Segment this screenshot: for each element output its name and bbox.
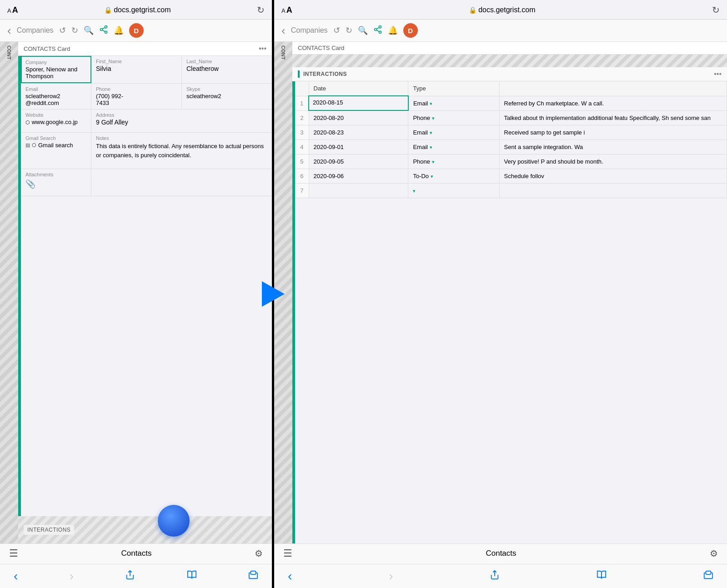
cell-type[interactable]: Phone ▾	[408, 154, 499, 169]
url-text-right: docs.getgrist.com	[478, 6, 535, 14]
browser-forward-right[interactable]: ›	[389, 569, 393, 583]
nav-title-right: Companies	[291, 26, 328, 35]
url-bar-left[interactable]: 🔒 docs.getgrist.com	[18, 6, 257, 14]
nav-bar-left: ‹ Companies ↺ ↻ 🔍 🔔 D	[0, 20, 272, 42]
cell-notes: Very positive! P and should be month.	[499, 154, 727, 169]
browser-share-right[interactable]	[490, 570, 500, 583]
phone-cell[interactable]: Phone (700) 992-7433	[91, 84, 182, 109]
redo-button-right[interactable]: ↻	[346, 25, 352, 35]
settings-icon-left[interactable]: ⚙	[255, 548, 263, 559]
share-button-left[interactable]	[99, 25, 108, 36]
avatar-right[interactable]: D	[403, 23, 418, 38]
email-cell[interactable]: Email scleatherow2@reddit.com	[21, 84, 91, 109]
url-bar-right[interactable]: 🔒 docs.getgrist.com	[292, 6, 712, 14]
search-button-right[interactable]: 🔍	[358, 25, 368, 35]
back-button-right[interactable]: ‹	[281, 24, 286, 38]
firstname-cell[interactable]: First_Name Silvia	[91, 56, 182, 83]
cell-type[interactable]: Email ▾	[408, 140, 499, 154]
firstname-label: First_Name	[96, 59, 177, 64]
card-row-4: Gmail Search ▤ ⬡ Gmail search Notes This…	[21, 133, 272, 169]
tab-label-right: Contacts	[486, 549, 516, 558]
cell-type[interactable]: Phone ▾	[408, 110, 499, 125]
cell-type[interactable]: Email ▾	[408, 96, 499, 110]
cell-type[interactable]: To-Do ▾	[408, 169, 499, 184]
browser-tabs-left[interactable]	[248, 570, 258, 583]
avatar-left[interactable]: D	[129, 23, 144, 38]
settings-icon-right[interactable]: ⚙	[710, 548, 718, 559]
cell-type[interactable]: ▾	[408, 184, 499, 198]
bell-button-right[interactable]: 🔔	[388, 25, 398, 35]
lastname-label: Last_Name	[186, 59, 267, 64]
gmail-cell[interactable]: Gmail Search ▤ ⬡ Gmail search	[21, 133, 91, 169]
cell-type[interactable]: Email ▾	[408, 125, 499, 140]
browser-forward-left[interactable]: ›	[70, 569, 74, 583]
cell-date[interactable]: 2020-08-20	[309, 110, 408, 125]
company-cell[interactable]: Company Sporer, Nienow and Thompson	[21, 56, 91, 83]
cell-date[interactable]: 2020-09-06	[309, 169, 408, 184]
notes-cell[interactable]: Notes This data is entirely fictional. A…	[91, 133, 272, 169]
table-row: 7▾	[295, 184, 727, 198]
cell-date[interactable]	[309, 184, 408, 198]
lastname-cell[interactable]: Last_Name Cleatherow	[182, 56, 272, 83]
font-size-left[interactable]: A A	[7, 5, 18, 15]
skype-cell[interactable]: Skype scleatherow2	[182, 84, 272, 109]
cell-row-num: 5	[295, 154, 309, 169]
interactions-title-right: INTERACTIONS	[303, 71, 347, 77]
col-date: Date	[309, 81, 408, 96]
interactions-more-right[interactable]: •••	[714, 70, 722, 78]
redo-button-left[interactable]: ↻	[71, 25, 78, 35]
cell-date[interactable]: 2020-08-23	[309, 125, 408, 140]
contacts-card-more-left[interactable]: •••	[259, 45, 266, 53]
contacts-card-title-bar: CONTACTS Card	[292, 42, 727, 55]
browser-back-left[interactable]: ‹	[14, 569, 18, 583]
browser-back-right[interactable]: ‹	[288, 569, 292, 583]
svg-point-2	[105, 31, 107, 33]
arrow-container	[262, 281, 285, 307]
back-button-left[interactable]: ‹	[7, 24, 11, 38]
undo-button-left[interactable]: ↺	[59, 25, 66, 35]
refresh-icon-left[interactable]: ↻	[257, 5, 265, 15]
card-area-left: CONTACTS Card ••• Company Sporer, Nienow…	[18, 42, 272, 543]
lock-icon-right: 🔒	[469, 6, 476, 14]
blue-circle[interactable]	[158, 505, 190, 537]
cell-date[interactable]: 2020-09-01	[309, 140, 408, 154]
svg-point-9	[374, 28, 376, 30]
cont-label-left: CONT	[6, 45, 12, 60]
bell-button-left[interactable]: 🔔	[114, 25, 124, 35]
card-with-bar-left: Company Sporer, Nienow and Thompson Firs…	[18, 56, 272, 516]
cell-date[interactable]: 2020-08-15	[309, 96, 408, 110]
email-value: scleatherow2@reddit.com	[25, 93, 86, 106]
share-button-right[interactable]	[373, 25, 382, 36]
tab-bar-left: ☰ Contacts ⚙	[0, 543, 272, 564]
gmail-external-icon: ⬡	[32, 142, 36, 148]
table-header-row: Date Type	[295, 81, 727, 96]
tab-bar-right: ☰ Contacts ⚙	[274, 543, 727, 564]
contacts-card-title-left: CONTACTS Card	[24, 45, 70, 52]
attachments-cell[interactable]: Attachments 📎	[21, 169, 91, 196]
font-size-right[interactable]: A A	[281, 5, 292, 15]
refresh-icon-right[interactable]: ↻	[712, 5, 720, 15]
browser-share-left[interactable]	[125, 570, 135, 583]
chevron-down-icon: ▾	[430, 145, 432, 150]
website-cell[interactable]: Website ⬡ www.google.co.jp	[21, 110, 91, 132]
address-cell[interactable]: Address 9 Golf Alley	[91, 110, 272, 132]
skype-label: Skype	[186, 86, 267, 92]
cell-date[interactable]: 2020-09-05	[309, 154, 408, 169]
undo-button-right[interactable]: ↺	[333, 25, 340, 35]
menu-icon-left[interactable]: ☰	[9, 548, 18, 559]
browser-book-left[interactable]	[187, 570, 197, 583]
cell-row-num: 7	[295, 184, 309, 198]
nav-title-left: Companies	[17, 26, 54, 35]
main-content-right: CONT CONTACTS Card INTERACTIONS •••	[274, 42, 727, 543]
firstname-value: Silvia	[96, 65, 177, 72]
search-button-left[interactable]: 🔍	[84, 25, 94, 35]
interactions-header-right: INTERACTIONS •••	[292, 67, 727, 81]
interactions-label-left: INTERACTIONS	[24, 525, 74, 535]
contacts-card-title-right: CONTACTS Card	[298, 45, 344, 51]
browser-tabs-right[interactable]	[703, 570, 713, 583]
menu-icon-right[interactable]: ☰	[283, 548, 292, 559]
cell-notes: Received samp to get sample i	[499, 125, 727, 140]
browser-book-right[interactable]	[597, 570, 607, 583]
chevron-down-icon: ▾	[430, 101, 432, 106]
contacts-card-header-right: CONTACTS Card	[292, 42, 727, 67]
